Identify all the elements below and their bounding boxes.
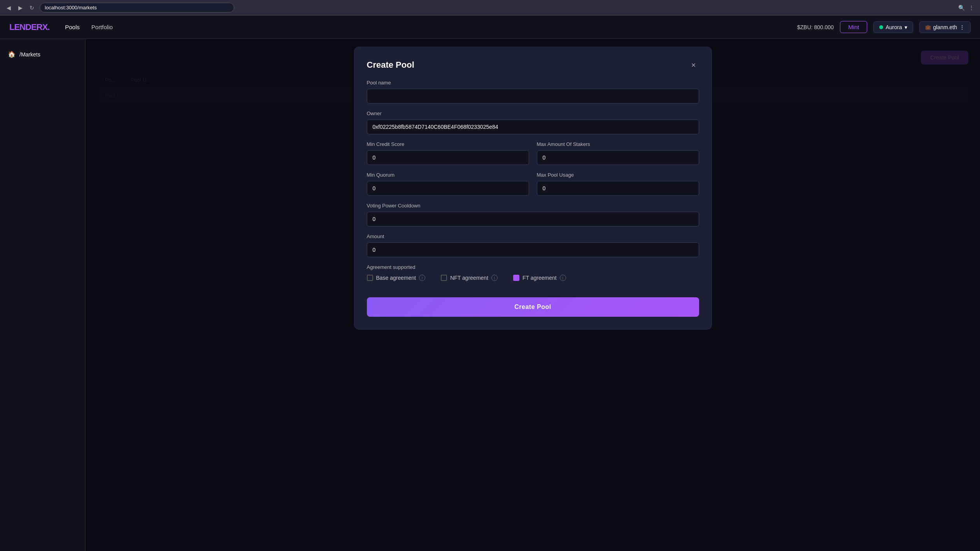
zbu-balance: $ZBU: 800.000 — [797, 24, 834, 30]
sidebar-item-label: /Markets — [19, 51, 40, 58]
address-bar[interactable]: localhost:3000/markets — [40, 3, 234, 12]
ft-agreement-checkbox[interactable] — [513, 275, 519, 281]
nft-agreement-option[interactable]: NFT agreement i — [441, 275, 498, 281]
amount-group: Amount — [367, 233, 699, 257]
logo-text: LENDERX. — [9, 22, 49, 32]
ft-agreement-option[interactable]: FT agreement i — [513, 275, 566, 281]
wallet-button[interactable]: 💼 glanm.eth ⋮ — [919, 21, 971, 33]
min-credit-score-input[interactable] — [367, 150, 529, 165]
nav-right: $ZBU: 800.000 Mint Aurora ▾ 💼 glanm.eth … — [797, 21, 971, 33]
search-icon[interactable]: 🔍 — [957, 4, 965, 12]
pool-name-group: Pool name — [367, 80, 699, 104]
amount-label: Amount — [367, 233, 699, 239]
nft-agreement-info-icon[interactable]: i — [491, 275, 498, 281]
page-body: Create Pool Po... Pool U... Pool I... Cr… — [86, 39, 980, 551]
max-pool-usage-input[interactable] — [537, 181, 699, 196]
base-agreement-label: Base agreement — [376, 275, 416, 281]
nft-agreement-checkbox[interactable] — [441, 275, 447, 281]
min-quorum-group: Min Quorum — [367, 172, 529, 196]
pool-name-input[interactable] — [367, 89, 699, 104]
browser-chrome: ◀ ▶ ↻ localhost:3000/markets 🔍 ⋮ — [0, 0, 980, 16]
sidebar: 🏠 /Markets — [0, 39, 86, 551]
refresh-button[interactable]: ↻ — [28, 4, 36, 12]
main-content: 🏠 /Markets Create Pool Po... Pool U... P… — [0, 39, 980, 551]
min-credit-score-label: Min Credit Score — [367, 141, 529, 147]
voting-power-cooldown-group: Voting Power Cooldown — [367, 203, 699, 226]
amount-input[interactable] — [367, 242, 699, 257]
base-agreement-info-icon[interactable]: i — [419, 275, 425, 281]
modal-close-button[interactable]: × — [688, 60, 699, 70]
modal-overlay: Create Pool × Pool name Owner Min Credit — [86, 39, 980, 551]
max-pool-usage-label: Max Pool Usage — [537, 172, 699, 178]
home-icon: 🏠 — [8, 51, 16, 58]
aurora-chevron-icon: ▾ — [905, 24, 907, 30]
min-credit-score-group: Min Credit Score — [367, 141, 529, 165]
mint-button[interactable]: Mint — [840, 21, 867, 33]
wallet-address: glanm.eth — [933, 24, 957, 30]
share-icon[interactable]: ⋮ — [968, 4, 975, 12]
agreement-options: Base agreement i NFT agreement i FT agre… — [367, 275, 699, 281]
min-quorum-label: Min Quorum — [367, 172, 529, 178]
form-row-2: Min Quorum Max Pool Usage — [367, 172, 699, 203]
forward-button[interactable]: ▶ — [16, 4, 24, 12]
owner-input[interactable] — [367, 119, 699, 134]
logo: LENDERX. — [9, 22, 49, 32]
agreement-label: Agreement supported — [367, 264, 699, 270]
max-stakers-label: Max Amount Of Stakers — [537, 141, 699, 147]
ft-agreement-info-icon[interactable]: i — [560, 275, 566, 281]
wallet-menu-icon: ⋮ — [959, 24, 965, 30]
agreement-group: Agreement supported Base agreement i NFT… — [367, 264, 699, 281]
sidebar-item-markets[interactable]: 🏠 /Markets — [0, 47, 85, 62]
create-pool-submit-button[interactable]: Create Pool — [367, 297, 699, 317]
modal-title: Create Pool — [367, 60, 414, 70]
max-pool-usage-group: Max Pool Usage — [537, 172, 699, 196]
aurora-label: Aurora — [885, 24, 902, 30]
nav-links: Pools Portfolio — [65, 22, 113, 32]
nft-agreement-label: NFT agreement — [450, 275, 488, 281]
modal-header: Create Pool × — [367, 60, 699, 70]
nav-portfolio[interactable]: Portfolio — [91, 22, 113, 32]
base-agreement-option[interactable]: Base agreement i — [367, 275, 426, 281]
navbar: LENDERX. Pools Portfolio $ZBU: 800.000 M… — [0, 16, 980, 39]
back-button[interactable]: ◀ — [5, 4, 12, 12]
max-stakers-group: Max Amount Of Stakers — [537, 141, 699, 165]
voting-power-cooldown-label: Voting Power Cooldown — [367, 203, 699, 209]
ft-agreement-label: FT agreement — [522, 275, 557, 281]
nav-pools[interactable]: Pools — [65, 22, 80, 32]
create-pool-modal: Create Pool × Pool name Owner Min Credit — [354, 47, 712, 330]
base-agreement-checkbox[interactable] — [367, 275, 373, 281]
voting-power-cooldown-input[interactable] — [367, 212, 699, 226]
owner-group: Owner — [367, 111, 699, 134]
form-row-1: Min Credit Score Max Amount Of Stakers — [367, 141, 699, 172]
wallet-icon: 💼 — [925, 25, 931, 30]
aurora-button[interactable]: Aurora ▾ — [873, 21, 913, 33]
max-stakers-input[interactable] — [537, 150, 699, 165]
pool-name-label: Pool name — [367, 80, 699, 86]
owner-label: Owner — [367, 111, 699, 116]
aurora-status-dot — [879, 25, 883, 29]
browser-icons: 🔍 ⋮ — [957, 4, 975, 12]
min-quorum-input[interactable] — [367, 181, 529, 196]
